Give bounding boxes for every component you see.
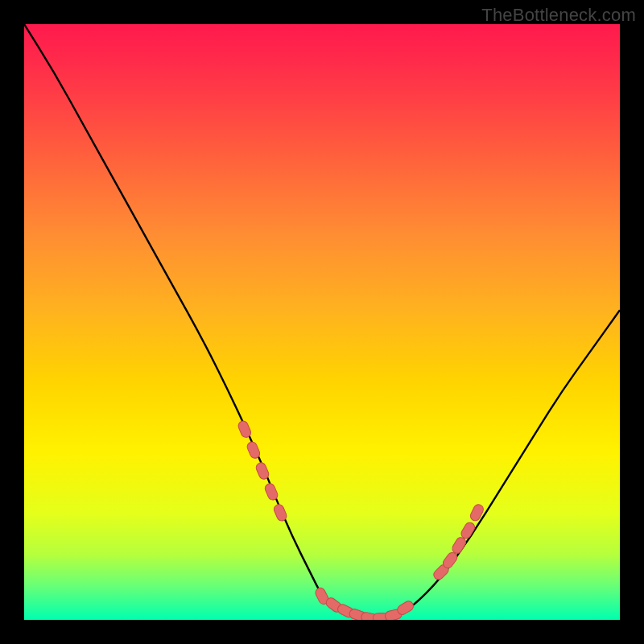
- marker-group: [237, 419, 485, 620]
- bottleneck-curve: [24, 24, 620, 620]
- chart-svg: [24, 24, 620, 620]
- chart-frame: TheBottleneck.com: [0, 0, 644, 644]
- plot-area: [24, 24, 620, 620]
- watermark-text: TheBottleneck.com: [481, 5, 636, 26]
